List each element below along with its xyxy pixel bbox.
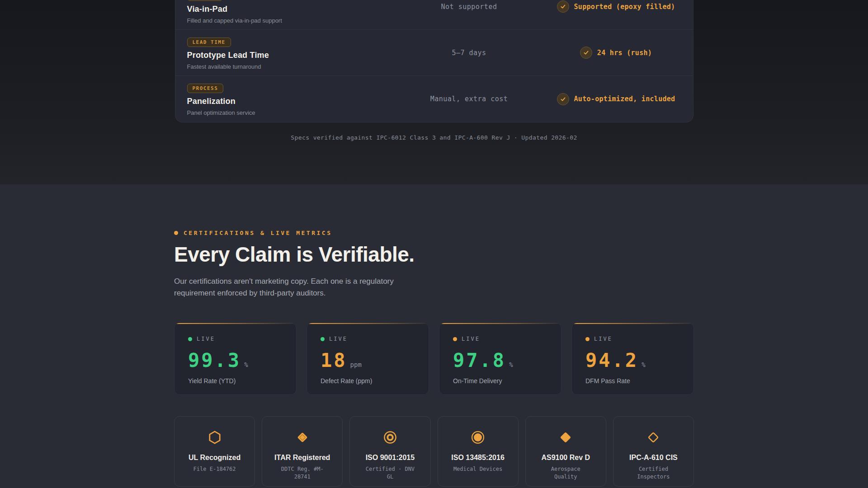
live-status-dot <box>585 337 590 341</box>
metric-card-yield-rate: LIVE 99.3 % Yield Rate (YTD) <box>174 323 297 395</box>
diamond-outline-icon <box>646 429 660 446</box>
ours-value: Supported (epoxy filled) <box>574 3 675 11</box>
cert-card-ul: UL Recognized File E-184762 <box>174 416 255 487</box>
live-label: LIVE <box>197 336 215 342</box>
live-label: LIVE <box>462 336 480 342</box>
cert-card-itar: ITAR Registered DDTC Reg. #M-28741 <box>262 416 343 487</box>
live-metrics-grid: LIVE 99.3 % Yield Rate (YTD) LIVE 18 ppm… <box>174 323 694 395</box>
metric-unit: % <box>244 361 248 368</box>
table-row: PROCESS Panelization Panel optimization … <box>175 76 693 122</box>
cert-subtitle: DDTC Reg. #M-28741 <box>275 465 330 481</box>
diamond-solid-icon <box>558 429 573 446</box>
certifications-grid: UL Recognized File E-184762 ITAR Registe… <box>174 416 694 487</box>
others-value: Not supported <box>395 3 544 11</box>
spec-description: Panel optimization service <box>187 109 255 116</box>
metric-card-dfm-pass-rate: LIVE 94.2 % DFM Pass Rate <box>571 323 694 395</box>
metric-label: Yield Rate (YTD) <box>188 377 283 385</box>
cert-title: IPC-A-610 CIS <box>629 454 678 462</box>
metric-unit: % <box>642 361 645 368</box>
cert-card-iso13485: ISO 13485:2016 Medical Devices <box>438 416 519 487</box>
cert-title: ISO 13485:2016 <box>451 454 504 462</box>
spec-title: Prototype Lead Time <box>187 51 269 60</box>
live-status-dot <box>321 337 325 341</box>
cert-subtitle: File E-184762 <box>193 465 236 473</box>
bullet-dot-icon <box>174 231 178 235</box>
others-value: 5–7 days <box>395 49 544 57</box>
spec-title: Via-in-Pad <box>187 5 228 14</box>
check-icon <box>557 93 569 105</box>
live-label: LIVE <box>594 336 613 342</box>
metric-label: Defect Rate (ppm) <box>321 377 415 385</box>
category-badge: LEAD TIME <box>187 38 231 47</box>
table-row: LEAD TIME Prototype Lead Time Fastest av… <box>175 30 693 76</box>
check-icon <box>557 0 569 13</box>
live-label: LIVE <box>329 336 348 342</box>
hexagon-icon <box>208 429 222 446</box>
cert-title: AS9100 Rev D <box>541 454 590 462</box>
eyebrow-label: CERTIFICATIONS & LIVE METRICS <box>184 230 332 236</box>
cert-subtitle: Certified · DNV GL <box>363 465 417 481</box>
spec-description: Filled and capped via-in-pad support <box>187 17 282 24</box>
bullseye-icon <box>383 429 397 446</box>
cert-card-as9100: AS9100 Rev D Aerospace Quality <box>525 416 606 487</box>
check-icon <box>580 47 592 59</box>
category-badge <box>187 0 222 1</box>
spec-table: Via-in-Pad Filled and capped via-in-pad … <box>175 0 693 122</box>
diamond-icon <box>295 429 310 446</box>
spec-footnote: Specs verified against IPC-6012 Class 3 … <box>0 134 868 141</box>
metric-card-defect-rate: LIVE 18 ppm Defect Rate (ppm) <box>307 323 429 395</box>
metric-label: DFM Pass Rate <box>585 377 680 385</box>
table-row: Via-in-Pad Filled and capped via-in-pad … <box>175 0 693 30</box>
spec-title: Panelization <box>187 97 236 106</box>
cert-title: ISO 9001:2015 <box>366 454 415 462</box>
ours-value: Auto-optimized, included <box>574 95 675 103</box>
cert-subtitle: Medical Devices <box>453 465 502 473</box>
metric-value: 97.8 <box>453 349 506 371</box>
spec-comparison-section: Via-in-Pad Filled and capped via-in-pad … <box>0 0 868 184</box>
metric-unit: ppm <box>350 361 362 368</box>
live-status-dot <box>188 337 192 341</box>
cert-title: ITAR Registered <box>274 454 330 462</box>
metric-unit: % <box>509 361 513 368</box>
metric-value: 18 <box>321 349 347 371</box>
metric-label: On-Time Delivery <box>453 377 547 385</box>
live-status-dot <box>453 337 457 341</box>
cert-card-iso9001: ISO 9001:2015 Certified · DNV GL <box>349 416 430 487</box>
section-eyebrow: CERTIFICATIONS & LIVE METRICS <box>174 184 694 236</box>
cert-subtitle: Aerospace Quality <box>538 465 593 481</box>
page-title: Every Claim is Verifiable. <box>174 242 694 267</box>
cert-subtitle: Certified Inspectors <box>626 465 680 481</box>
section-subtext: Our certifications aren't marketing copy… <box>174 276 694 299</box>
ours-value: 24 hrs (rush) <box>597 49 652 57</box>
metric-card-on-time-delivery: LIVE 97.8 % On-Time Delivery <box>439 323 561 395</box>
circle-icon <box>471 429 485 446</box>
certifications-section: CERTIFICATIONS & LIVE METRICS Every Clai… <box>0 184 868 488</box>
cert-card-ipc: IPC-A-610 CIS Certified Inspectors <box>613 416 694 487</box>
metric-value: 94.2 <box>585 349 638 371</box>
metric-value: 99.3 <box>188 349 241 371</box>
category-badge: PROCESS <box>187 84 224 93</box>
others-value: Manual, extra cost <box>395 95 544 103</box>
spec-description: Fastest available turnaround <box>187 63 261 70</box>
cert-title: UL Recognized <box>189 454 241 462</box>
